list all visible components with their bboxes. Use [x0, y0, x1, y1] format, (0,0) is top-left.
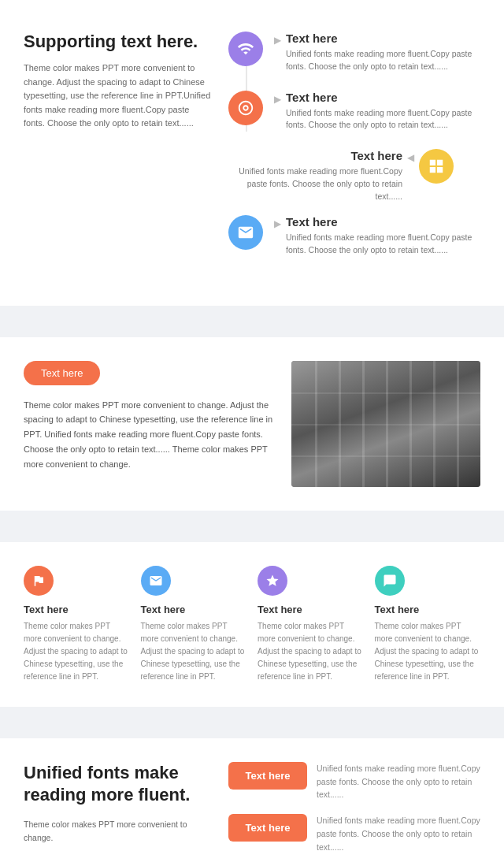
arrow-icon-2: ▶ [274, 94, 281, 105]
section4-desc-row-1: Unified fonts make reading more fluent.C… [317, 762, 480, 801]
section4-btn-2[interactable]: Text here [228, 814, 307, 842]
card-label-1: Text here [24, 604, 130, 615]
section4-row-2: Text here Unified fonts make reading mor… [228, 814, 480, 851]
card-icon-3 [258, 566, 287, 596]
section2-button[interactable]: Text here [24, 361, 100, 385]
section1-left: Supporting text here. Theme color makes … [24, 32, 213, 274]
timeline-label-2: Text here [286, 91, 480, 104]
section4-desc1: Theme color makes PPT more convenient to… [24, 818, 205, 845]
arrow-icon-left: ◀ [407, 152, 414, 163]
card-label-3: Text here [258, 604, 364, 615]
timeline-label-left: Text here [228, 149, 402, 162]
card-2: Text here Theme color makes PPT more con… [141, 566, 247, 683]
section4-row-1: Text here Unified fonts make reading mor… [228, 762, 480, 801]
section1-title: Supporting text here. [24, 32, 213, 52]
timeline-item-1: ▶ Text here Unified fonts make reading m… [228, 32, 480, 73]
card-icon-1 [24, 566, 54, 596]
flag-icon [32, 574, 46, 588]
section4-btn-1[interactable]: Text here [228, 762, 307, 790]
arrow-icon-4: ▶ [274, 218, 281, 229]
card-icon-2 [141, 566, 171, 596]
section2-body: Theme color makes PPT more convenient to… [24, 398, 276, 471]
card-desc-1: Theme color makes PPT more convenient to… [24, 620, 130, 683]
timeline-icon-left [419, 149, 454, 184]
wifi-icon [237, 40, 254, 58]
cards-grid: Text here Theme color makes PPT more con… [24, 566, 480, 683]
grid-icon [428, 158, 445, 175]
card-desc-3: Theme color makes PPT more convenient to… [258, 620, 364, 683]
timeline-item-left: ◀ Text here Unified fonts make reading m… [228, 149, 465, 203]
mail-icon [149, 574, 163, 588]
card-3: Text here Theme color makes PPT more con… [258, 566, 364, 683]
timeline-left-wrapper: ◀ Text here Unified fonts make reading m… [228, 149, 480, 203]
star-icon [265, 574, 280, 588]
card-4: Text here Theme color makes PPT more con… [375, 566, 481, 683]
card-icon-4 [375, 566, 405, 596]
timeline-content-left: Text here Unified fonts make reading mor… [228, 149, 402, 203]
card-label-2: Text here [141, 604, 247, 615]
section4-layout: Unified fonts make reading more fluent. … [24, 762, 480, 851]
section4-desc-row-2: Unified fonts make reading more fluent.C… [317, 814, 480, 851]
section4-right: Text here Unified fonts make reading mor… [228, 762, 480, 851]
section4-title: Unified fonts make reading more fluent. [24, 762, 205, 807]
section1-right: ▶ Text here Unified fonts make reading m… [228, 32, 480, 274]
timeline-icon-4 [228, 215, 263, 250]
timeline-content-1: Text here Unified fonts make reading mor… [286, 32, 480, 73]
gap3 [0, 707, 504, 723]
card-label-4: Text here [375, 604, 481, 615]
card-desc-2: Theme color makes PPT more convenient to… [141, 620, 247, 683]
section1-desc: Theme color makes PPT more convenient to… [24, 61, 213, 131]
timeline-desc-4: Unified fonts make reading more fluent.C… [286, 232, 480, 257]
image-placeholder [291, 361, 480, 487]
timeline-desc-left: Unified fonts make reading more fluent.C… [228, 165, 402, 203]
timeline-icon-2 [228, 91, 263, 125]
chat-icon [383, 574, 397, 588]
section2: Text here Theme color makes PPT more con… [0, 337, 504, 511]
arrow-icon-1: ▶ [274, 35, 281, 46]
timeline-label-4: Text here [286, 215, 480, 229]
section1: Supporting text here. Theme color makes … [0, 0, 504, 306]
section4-left: Unified fonts make reading more fluent. … [24, 762, 205, 851]
timeline-item-2: ▶ Text here Unified fonts make reading m… [228, 91, 480, 132]
card-desc-4: Theme color makes PPT more convenient to… [375, 620, 481, 683]
section2-image [291, 361, 480, 487]
timeline-desc-2: Unified fonts make reading more fluent.C… [286, 107, 480, 132]
section4: Unified fonts make reading more fluent. … [0, 738, 504, 851]
target-icon [237, 99, 254, 117]
timeline-desc-1: Unified fonts make reading more fluent.C… [286, 48, 480, 73]
gap2 [0, 511, 504, 526]
timeline-group: ▶ Text here Unified fonts make reading m… [228, 32, 480, 132]
gap1 [0, 306, 504, 321]
timeline-content-2: Text here Unified fonts make reading mor… [286, 91, 480, 132]
card-1: Text here Theme color makes PPT more con… [24, 566, 130, 683]
timeline-content-4: Text here Unified fonts make reading mor… [286, 215, 480, 257]
timeline-icon-1 [228, 32, 263, 66]
section2-top: Text here Theme color makes PPT more con… [24, 361, 480, 487]
envelope-icon [237, 224, 254, 241]
timeline-item-4: ▶ Text here Unified fonts make reading m… [228, 215, 480, 257]
section2-left: Text here Theme color makes PPT more con… [24, 361, 276, 487]
timeline-label-1: Text here [286, 32, 480, 45]
section3: Text here Theme color makes PPT more con… [0, 542, 504, 707]
